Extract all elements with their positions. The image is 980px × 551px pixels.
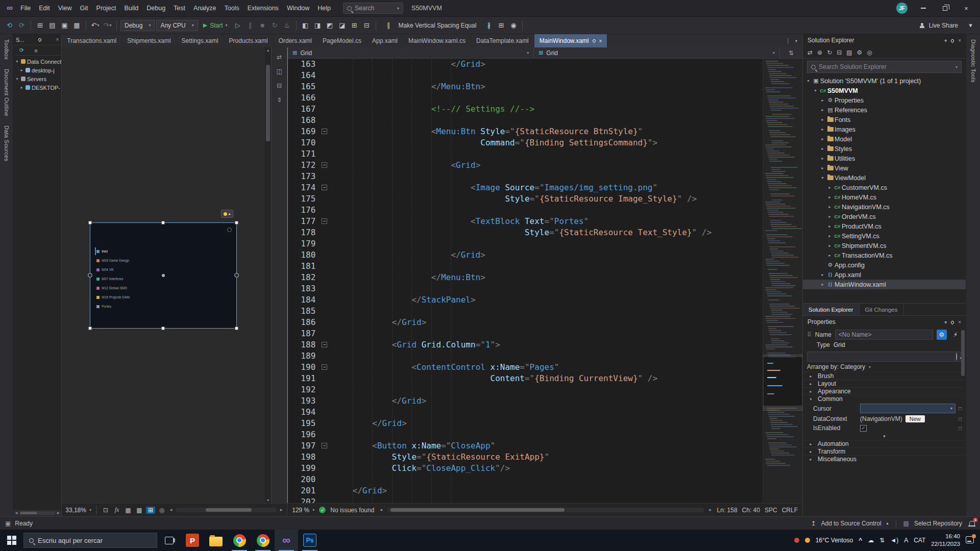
issues-status[interactable]: No issues found — [330, 507, 374, 514]
chevron-right-icon[interactable]: ▸ — [826, 185, 833, 190]
horizontal-split-icon[interactable]: ⊟ — [277, 82, 282, 89]
preview-menu-item-inici[interactable]: Inici — [95, 247, 155, 255]
taskbar-app-explorer[interactable] — [204, 530, 228, 551]
pin-icon[interactable] — [592, 39, 596, 43]
fold-collapse-button[interactable]: − — [322, 162, 327, 168]
scroll-right-icon[interactable]: ► — [279, 508, 283, 512]
add-to-source-control-button[interactable]: Add to Source Control — [821, 520, 881, 527]
snap-icon[interactable]: ◉ — [508, 21, 519, 29]
swap-panes-icon[interactable]: ⇄ — [277, 54, 282, 61]
menu-file[interactable]: File — [16, 0, 35, 16]
property-checkbox[interactable]: ✓ — [860, 425, 867, 432]
show-grid-icon[interactable]: ▦ — [124, 507, 133, 514]
designed-window-preview[interactable]: IniciM03 Game DesignM04 VRM07 Interficie… — [90, 222, 237, 329]
sync-icon[interactable]: ⇅ — [879, 537, 885, 544]
tree-item-fonts[interactable]: ▸Fonts — [803, 115, 966, 124]
chevron-down-icon[interactable]: ▾ — [819, 176, 826, 180]
stop-refresh-icon[interactable]: ■ — [31, 47, 41, 54]
chevron-right-icon[interactable]: ▸ — [819, 98, 826, 103]
breadcrumb-element-1[interactable]: ⊞Grid▾ — [534, 47, 780, 58]
vertical-split-icon[interactable]: ◫ — [277, 68, 282, 75]
save-icon[interactable]: ▣ — [59, 21, 70, 29]
minimize-button[interactable] — [913, 0, 934, 16]
tab-document-outline[interactable]: Document Outline — [4, 69, 10, 116]
horizontal-spacing-icon[interactable]: ∦ — [483, 21, 494, 29]
server-item-desktop[interactable]: ▸DESKTOP- — [13, 83, 61, 92]
tree-item-images[interactable]: ▸Images — [803, 124, 966, 134]
tree-item-viewmodel[interactable]: ▾ViewModel — [803, 173, 966, 183]
scroll-right-icon[interactable]: ► — [708, 508, 713, 512]
tab-pagemodel-cs[interactable]: PageModel.cs — [317, 34, 367, 47]
open-file-icon[interactable]: ▤ — [47, 21, 58, 29]
panel-tab-solution-explorer[interactable]: Solution Explorer — [803, 304, 860, 315]
fold-collapse-button[interactable]: − — [322, 218, 327, 224]
server-explorer-hscrollbar[interactable]: ◄ ► — [13, 510, 61, 516]
section-appearance[interactable]: ▸Appearance — [803, 387, 966, 395]
server-item-data-connect[interactable]: ▾Data Connect — [13, 57, 61, 66]
selection-handle-ne[interactable] — [235, 221, 238, 224]
tab-toolbox[interactable]: Toolbox — [4, 39, 10, 60]
search-box[interactable]: Search ▾ — [343, 3, 403, 14]
fold-collapse-button[interactable]: − — [322, 342, 327, 347]
designer-hscrollbar[interactable] — [176, 508, 277, 512]
tab-data-sources[interactable]: Data Sources — [4, 126, 10, 161]
menu-window[interactable]: Window — [283, 0, 313, 16]
xaml-designer-surface[interactable]: IniciM03 Game DesignM04 VRM07 Interficie… — [62, 47, 271, 503]
scroll-left-icon[interactable]: ◄ — [379, 508, 383, 512]
onedrive-cloud-icon[interactable]: ☁ — [868, 537, 874, 544]
expand-pane-icon[interactable]: ⇕ — [277, 96, 282, 104]
redo-icon[interactable]: ↷▾ — [102, 21, 113, 29]
make-same-width-icon[interactable]: ⊞ — [349, 21, 360, 29]
chevron-right-icon[interactable]: ▸ — [826, 224, 833, 229]
navigate-backward-icon[interactable]: ⟲ — [4, 21, 15, 29]
fold-collapse-button[interactable]: − — [322, 364, 327, 370]
navigate-forward-icon[interactable]: ⟳ — [16, 21, 27, 29]
breadcrumb-element-0[interactable]: ⊞Grid▾ — [288, 47, 534, 58]
properties-icon[interactable]: ⚙ — [857, 49, 863, 56]
align-left-edges-icon[interactable]: ◧ — [300, 21, 311, 29]
menu-debug[interactable]: Debug — [142, 0, 169, 16]
section-transform[interactable]: ▸Transform — [803, 447, 966, 455]
tab-mainwindow-xaml[interactable]: MainWindow.xaml× — [534, 34, 608, 47]
taskbar-app-chrome[interactable] — [251, 530, 275, 551]
tab-orders-xaml[interactable]: Orders.xaml — [274, 34, 317, 47]
more-toolbar-icon[interactable]: ▾ — [965, 21, 976, 29]
tab-app-xaml[interactable]: App.xaml — [367, 34, 403, 47]
section-brush[interactable]: ▸Brush — [803, 372, 966, 380]
tree-item-settingvm-cs[interactable]: ▸C#SettingVM.cs — [803, 231, 966, 241]
section-common[interactable]: ▾Common — [803, 395, 966, 403]
chevron-right-icon[interactable]: ▸ — [826, 195, 833, 199]
menu-extensions[interactable]: Extensions — [243, 0, 283, 16]
chevron-right-icon[interactable]: ▸ — [819, 146, 826, 151]
selection-handle-e[interactable] — [234, 273, 239, 278]
new-button[interactable]: New — [905, 415, 925, 422]
show-all-files-icon[interactable]: ▤ — [846, 49, 852, 56]
tab-transactions-xaml[interactable]: Transactions.xaml — [62, 34, 122, 47]
sync-with-active-document-icon[interactable]: ⇄ — [807, 49, 813, 56]
scroll-right-icon[interactable]: ► — [56, 511, 60, 515]
server-item-desktop-j[interactable]: ▸desktop-j — [13, 66, 61, 74]
properties-wrench-button[interactable]: ⚙ — [937, 330, 947, 340]
preview-menu-item-m03-game-design[interactable]: M03 Game Design — [95, 257, 155, 264]
selection-handle-nw[interactable] — [88, 221, 92, 224]
scroll-up-icon[interactable]: ▲ — [266, 48, 270, 52]
pending-changes-filter-icon[interactable]: ⊕ — [817, 49, 822, 56]
chevron-right-icon[interactable]: ▸ — [819, 272, 826, 277]
taskbar-app-chrome[interactable] — [228, 530, 251, 551]
preview-menu-item-portes[interactable]: Portes — [95, 303, 155, 310]
tab-settings-xaml[interactable]: Settings.xaml — [177, 34, 224, 47]
start-button[interactable] — [0, 530, 23, 551]
tree-item-productvm-cs[interactable]: ▸C#ProductVM.cs — [803, 221, 966, 231]
minimap-scrollbar[interactable] — [763, 59, 802, 503]
selection-handle-n[interactable] — [161, 221, 165, 224]
task-view-button[interactable] — [157, 530, 181, 551]
section-miscellaneous[interactable]: ▸Miscellaneous — [803, 455, 966, 463]
refresh-icon[interactable]: ↻ — [827, 49, 832, 56]
spaces-indicator[interactable]: SPC — [765, 507, 777, 514]
quick-actions-lightbulb[interactable]: ▸ — [221, 210, 233, 218]
selection-handle-sw[interactable] — [88, 327, 92, 330]
code-area[interactable]: 163 </Grid>164165 </Menu:Btn>166167 <!--… — [288, 59, 802, 503]
hidden-icons-chevron[interactable]: ^ — [859, 537, 862, 544]
tree-item-view[interactable]: ▸View — [803, 163, 966, 173]
platform-dropdown[interactable]: Any CPU▾ — [156, 20, 198, 31]
